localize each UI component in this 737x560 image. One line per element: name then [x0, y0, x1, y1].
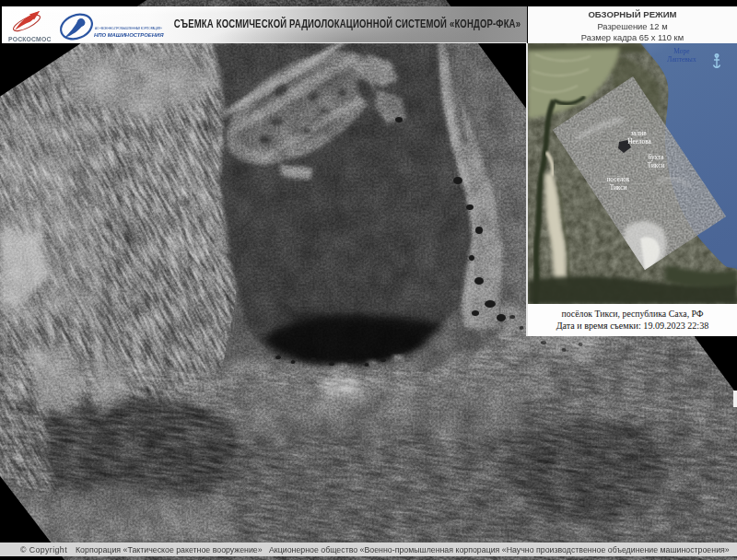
svg-text:Тикси: Тикси: [648, 161, 665, 169]
svg-text:залив: залив: [630, 129, 647, 137]
svg-text:НПО МАШИНОСТРОЕНИЯ: НПО МАШИНОСТРОЕНИЯ: [94, 32, 164, 38]
svg-text:РОСКОСМОС: РОСКОСМОС: [8, 36, 52, 42]
svg-text:Море: Море: [673, 47, 690, 55]
svg-text:бухта: бухта: [648, 153, 664, 161]
svg-text:посёлок: посёлок: [606, 175, 630, 183]
svg-text:Тикси: Тикси: [610, 183, 627, 192]
svg-text:Лаптевых: Лаптевых: [667, 55, 696, 64]
svg-text:Неелова: Неелова: [627, 137, 651, 146]
svg-text:АО «ВОЕННО-ПРОМЫШЛЕННАЯ КОРПОР: АО «ВОЕННО-ПРОМЫШЛЕННАЯ КОРПОРАЦИЯ»: [95, 27, 162, 30]
